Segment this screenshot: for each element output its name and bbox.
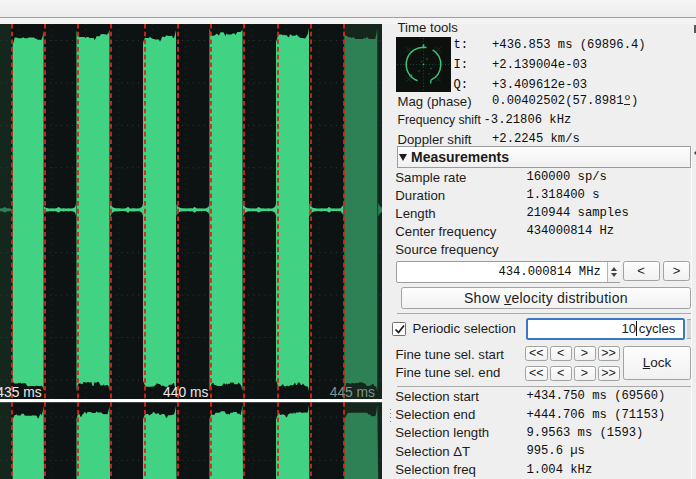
- svg-text:440 ms: 440 ms: [163, 385, 208, 400]
- svg-text:445 ms: 445 ms: [330, 385, 375, 400]
- svg-text:435 ms: 435 ms: [0, 385, 42, 400]
